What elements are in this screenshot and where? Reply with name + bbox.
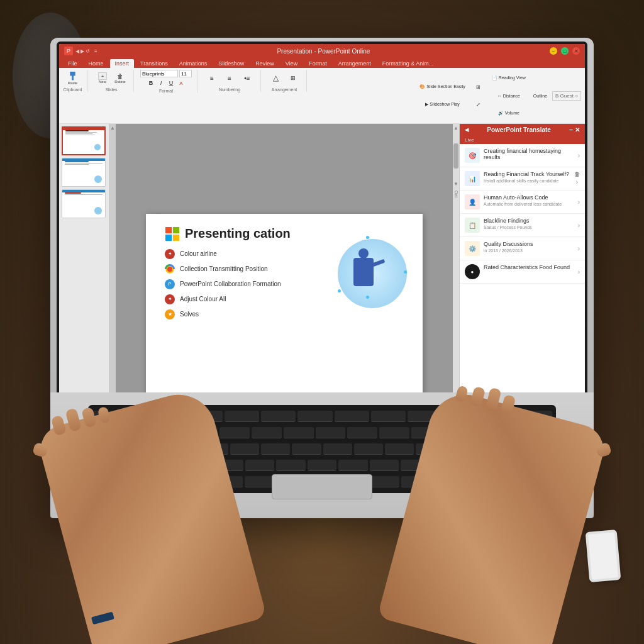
ribbon-tabs: File Home Insert Transitions Animations …	[63, 59, 581, 68]
slide-thumb-1[interactable]	[62, 126, 106, 155]
qwerty-row	[92, 441, 552, 456]
item-icon-2	[165, 264, 175, 274]
tab-review[interactable]: Review	[250, 59, 279, 68]
svg-rect-1	[173, 227, 179, 233]
window-title: Presentation - PowerPoint Online	[97, 48, 550, 55]
view-buttons-group: ⊞ ⤢	[470, 79, 487, 113]
clipboard-label: Clipboard	[64, 87, 82, 92]
thumb-2-content	[64, 160, 104, 185]
sp-text-5: Quality Discussions in 2013 / 2026/2013	[484, 241, 574, 253]
figure-body	[353, 258, 374, 286]
tab-formatting[interactable]: Formatting & Anim...	[377, 59, 439, 68]
slide-thumb-2[interactable]	[62, 158, 106, 187]
reading-view-button[interactable]: 📄 Reading View	[489, 70, 528, 86]
drawing-buttons: △ ⊞	[267, 70, 301, 86]
tab-insert[interactable]: Insert	[110, 59, 135, 68]
sp-delete-icon[interactable]: 🗑	[574, 171, 580, 177]
title-bar-left: P ◀ ▶ ↺ ≡	[64, 47, 97, 55]
slide-thumb-container-2: 2	[62, 158, 106, 187]
sp-item-6[interactable]: ● Rated Characteristics Food Found ›	[460, 260, 585, 284]
bullets-button[interactable]: •≡	[239, 70, 255, 86]
ribbon-group-font: B I U A Format	[140, 70, 197, 93]
ribbon-content: Paste Clipboard + New	[59, 68, 585, 124]
user-account[interactable]: B Guest ○	[552, 91, 581, 101]
shapes-button[interactable]: △	[267, 70, 284, 86]
side-panel-controls: − ✕	[569, 126, 580, 133]
sp-item-2[interactable]: 📊 Reading Financial Track Yourself? Inst…	[460, 167, 585, 191]
font-size-input[interactable]	[179, 70, 192, 77]
side-panel-subheader: Live	[460, 136, 585, 144]
tab-arrangement[interactable]: Arrangement	[333, 59, 376, 68]
slide-thumb-container-1: 1	[62, 126, 106, 155]
dot-1	[366, 236, 369, 239]
dot-3	[366, 296, 369, 299]
minimize-button[interactable]: −	[550, 47, 557, 55]
tab-transitions[interactable]: Transitions	[135, 59, 173, 68]
outline-button[interactable]: Outline	[531, 87, 550, 104]
tab-file[interactable]: File	[63, 59, 82, 68]
maximize-button[interactable]: □	[561, 47, 569, 55]
slide-canvas: Presenting cation ✦ Colour airline	[146, 214, 423, 402]
font-name-input[interactable]	[140, 70, 178, 77]
close-button[interactable]: ✕	[572, 47, 580, 55]
slide-illustration	[335, 233, 410, 321]
align-center-button[interactable]: ≡	[221, 70, 238, 86]
distance-button[interactable]: ↔ Distance	[489, 87, 528, 104]
tab-format[interactable]: Format	[304, 59, 332, 68]
side-panel-close[interactable]: ✕	[575, 126, 580, 133]
title-bar: P ◀ ▶ ↺ ≡ Presentation - PowerPoint Onli…	[59, 44, 585, 58]
keyboard-area	[50, 392, 594, 518]
align-left-button[interactable]: ≡	[204, 70, 220, 86]
fullscreen-button[interactable]: ⤢	[470, 96, 487, 113]
dot-4	[338, 289, 341, 292]
slides-label: Slides	[105, 87, 117, 92]
sp-arrow-6: ›	[578, 269, 580, 275]
asdf-row	[92, 458, 552, 473]
trackpad[interactable]	[272, 474, 372, 499]
slide-thumb-container-3: 3	[62, 189, 106, 218]
phone-screen	[588, 532, 618, 579]
figure-head	[358, 248, 369, 258]
sp-item-3[interactable]: 👤 Human Auto-Allows Code Automatic from …	[460, 191, 585, 214]
new-slide-button[interactable]: + New	[94, 70, 111, 86]
paragraph-buttons: ≡ ≡ •≡	[204, 70, 255, 86]
bold-button[interactable]: B	[147, 79, 155, 87]
multi-window-button[interactable]: ⊞	[470, 79, 487, 95]
sp-item-5[interactable]: ⚙️ Quality Discussions in 2013 / 2026/20…	[460, 237, 585, 260]
sp-icon-1: 🎯	[465, 148, 480, 163]
thumb-3-content	[64, 191, 104, 216]
side-panel-minimize[interactable]: −	[569, 126, 573, 133]
volume-button[interactable]: 🔊 Volume	[489, 105, 528, 121]
clipboard-buttons: Paste	[65, 70, 81, 86]
sp-text-6: Rated Characteristics Food Found	[484, 264, 574, 270]
item-icon-5: ★	[165, 309, 175, 319]
delete-slide-button[interactable]: 🗑 Delete	[112, 70, 128, 86]
window-controls: − □ ✕	[550, 47, 580, 55]
powerpoint-icon: P	[64, 47, 73, 55]
font-color-button[interactable]: A	[177, 79, 186, 87]
sp-arrow-2: ›	[576, 179, 578, 186]
svg-rect-3	[173, 235, 179, 241]
slideshow-play-button[interactable]: ▶ Slideshow Play	[417, 96, 467, 113]
svg-rect-0	[165, 227, 172, 233]
underline-button[interactable]: U	[167, 79, 175, 87]
tab-view[interactable]: View	[280, 59, 303, 68]
sp-arrow-4: ›	[578, 222, 580, 229]
sp-item-1[interactable]: 🎯 Creating financial homestaying results…	[460, 144, 585, 167]
phone-device	[586, 530, 621, 582]
microsoft-logo	[165, 226, 180, 242]
sp-arrow-5: ›	[578, 245, 580, 252]
tab-home[interactable]: Home	[84, 59, 109, 68]
scrollbar-thumb[interactable]	[453, 143, 458, 169]
sp-icon-6: ●	[465, 264, 480, 279]
arrange-button[interactable]: ⊞	[285, 70, 301, 86]
sp-item-4[interactable]: 📋 Blackline Findings Status / Process Po…	[460, 214, 585, 237]
paste-button[interactable]: Paste	[65, 70, 81, 86]
tab-animations[interactable]: Animations	[174, 59, 213, 68]
sp-icon-4: 📋	[465, 218, 480, 233]
tab-slideshow[interactable]: Slideshow	[213, 59, 249, 68]
slide-thumb-3[interactable]	[62, 189, 106, 218]
ribbon-group-drawing: △ ⊞ Arrangement	[267, 70, 307, 92]
italic-button[interactable]: I	[157, 79, 165, 87]
slide-section-button[interactable]: 🎨 Slide Section Easily	[417, 79, 467, 95]
